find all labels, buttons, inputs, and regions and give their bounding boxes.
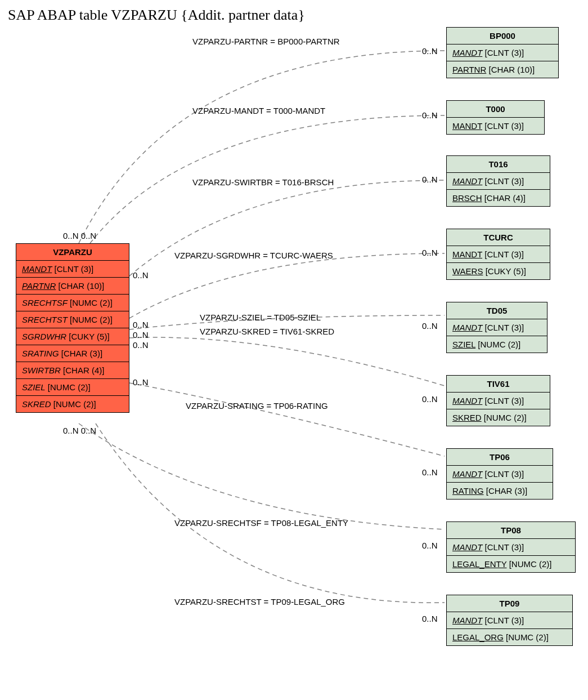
field-row: PARTNR [CHAR (10)] — [16, 278, 129, 295]
field-row: BRSCH [CHAR (4)] — [447, 190, 550, 206]
relation-label: VZPARZU-SRECHTST = TP09-LEGAL_ORG — [174, 597, 345, 607]
field-row: SRATING [CHAR (3)] — [16, 345, 129, 362]
entity-t000: T000 MANDT [CLNT (3)] — [446, 100, 545, 135]
entity-header: T016 — [447, 156, 550, 173]
field-row: SKRED [NUMC (2)] — [447, 409, 550, 426]
cardinality: 0..N — [422, 321, 438, 331]
entity-t016: T016 MANDT [CLNT (3)] BRSCH [CHAR (4)] — [446, 155, 550, 207]
field-row: SZIEL [NUMC (2)] — [447, 336, 547, 353]
field-row: SKRED [NUMC (2)] — [16, 396, 129, 412]
cardinality: 0..N 0..N — [63, 231, 96, 240]
field-row: MANDT [CLNT (3)] — [16, 261, 129, 278]
field-row: SRECHTSF [NUMC (2)] — [16, 295, 129, 311]
field-row: MANDT [CLNT (3)] — [447, 393, 550, 409]
field-row: WAERS [CUKY (5)] — [447, 263, 550, 279]
relation-label: VZPARZU-SRATING = TP06-RATING — [186, 401, 328, 411]
entity-header: T000 — [447, 101, 544, 118]
field-row: MANDT [CLNT (3)] — [447, 466, 553, 483]
relation-label: VZPARZU-PARTNR = BP000-PARTNR — [192, 37, 340, 46]
field-row: SWIRTBR [CHAR (4)] — [16, 362, 129, 379]
field-row: MANDT [CLNT (3)] — [447, 118, 544, 134]
entity-header: TP08 — [447, 522, 575, 539]
entity-vzparzu: VZPARZU MANDT [CLNT (3)] PARTNR [CHAR (1… — [16, 243, 129, 413]
cardinality: 0..N — [133, 340, 149, 350]
cardinality: 0..N — [422, 541, 438, 550]
relation-label: VZPARZU-SWIRTBR = T016-BRSCH — [192, 177, 334, 187]
cardinality: 0..N — [422, 110, 438, 120]
field-row: MANDT [CLNT (3)] — [447, 612, 572, 629]
field-row: LEGAL_ENTY [NUMC (2)] — [447, 556, 575, 572]
entity-header: TP09 — [447, 595, 572, 612]
page-title: SAP ABAP table VZPARZU {Addit. partner d… — [8, 7, 305, 24]
entity-header: TCURC — [447, 229, 550, 246]
cardinality: 0..N 0..N — [63, 426, 96, 435]
field-row: MANDT [CLNT (3)] — [447, 319, 547, 336]
field-row: MANDT [CLNT (3)] — [447, 44, 558, 61]
field-row: MANDT [CLNT (3)] — [447, 539, 575, 556]
relation-label: VZPARZU-SRECHTSF = TP08-LEGAL_ENTY — [174, 518, 348, 528]
cardinality: 0..N — [422, 467, 438, 477]
cardinality: 0..N — [133, 330, 149, 340]
cardinality: 0..N — [422, 248, 438, 257]
cardinality: 0..N — [422, 175, 438, 184]
relation-label: VZPARZU-MANDT = T000-MANDT — [192, 106, 325, 115]
entity-tp06: TP06 MANDT [CLNT (3)] RATING [CHAR (3)] — [446, 448, 553, 500]
entity-header: TIV61 — [447, 376, 550, 393]
field-row: SZIEL [NUMC (2)] — [16, 379, 129, 396]
cardinality: 0..N — [133, 320, 149, 329]
field-row: SRECHTST [NUMC (2)] — [16, 311, 129, 328]
cardinality: 0..N — [133, 377, 149, 387]
relation-label: VZPARZU-SKRED = TIV61-SKRED — [200, 327, 334, 336]
field-row: RATING [CHAR (3)] — [447, 483, 553, 499]
cardinality: 0..N — [422, 614, 438, 623]
cardinality: 0..N — [422, 46, 438, 56]
entity-td05: TD05 MANDT [CLNT (3)] SZIEL [NUMC (2)] — [446, 302, 547, 353]
entity-tcurc: TCURC MANDT [CLNT (3)] WAERS [CUKY (5)] — [446, 229, 550, 280]
entity-header: TP06 — [447, 449, 553, 466]
entity-header: VZPARZU — [16, 244, 129, 261]
field-row: SGRDWHR [CUKY (5)] — [16, 328, 129, 345]
field-row: PARTNR [CHAR (10)] — [447, 61, 558, 78]
field-row: LEGAL_ORG [NUMC (2)] — [447, 629, 572, 645]
entity-header: TD05 — [447, 302, 547, 319]
entity-tp09: TP09 MANDT [CLNT (3)] LEGAL_ORG [NUMC (2… — [446, 595, 573, 646]
relation-label: VZPARZU-SZIEL = TD05-SZIEL — [200, 313, 321, 322]
field-row: MANDT [CLNT (3)] — [447, 173, 550, 190]
cardinality: 0..N — [133, 270, 149, 280]
field-row: MANDT [CLNT (3)] — [447, 246, 550, 263]
relation-label: VZPARZU-SGRDWHR = TCURC-WAERS — [174, 251, 333, 260]
entity-bp000: BP000 MANDT [CLNT (3)] PARTNR [CHAR (10)… — [446, 27, 559, 78]
entity-tp08: TP08 MANDT [CLNT (3)] LEGAL_ENTY [NUMC (… — [446, 521, 576, 573]
cardinality: 0..N — [422, 394, 438, 404]
entity-tiv61: TIV61 MANDT [CLNT (3)] SKRED [NUMC (2)] — [446, 375, 550, 426]
entity-header: BP000 — [447, 28, 558, 44]
